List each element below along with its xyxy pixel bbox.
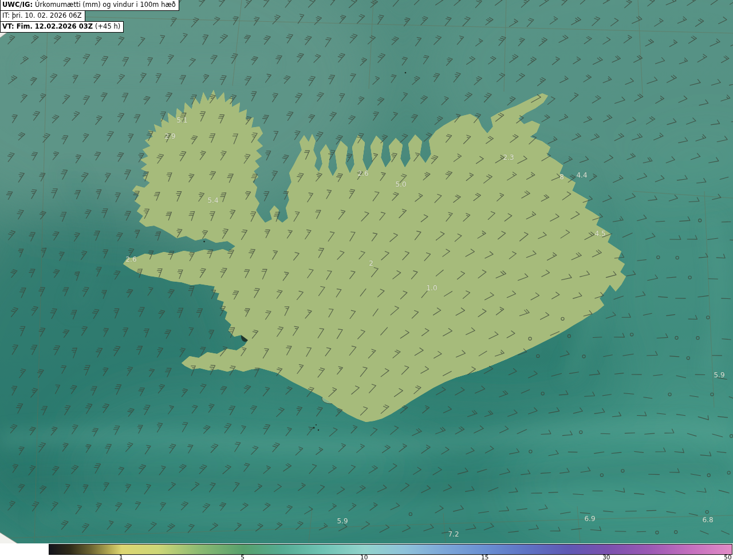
model-title-line: UWC/IG:Úrkomumætti (mm) og vindur i 100m… <box>0 0 179 11</box>
map-title-box: UWC/IG:Úrkomumætti (mm) og vindur i 100m… <box>0 0 179 33</box>
forecast-map-product: 5.12.95.42.62.65.02.384.44.521.05.95.97.… <box>0 0 733 560</box>
colorbar-tick-label: 15 <box>481 554 488 560</box>
init-time-line: IT: þri. 10. 02. 2026 06Z <box>0 10 85 22</box>
valid-time-line: VT: Fim. 12.02.2026 03Z(+45 h) <box>0 21 124 33</box>
colorbar-tick-label: 10 <box>360 554 368 560</box>
colorbar-tick-label: 5 <box>241 554 245 560</box>
colorbar-tick-label: 1 <box>119 554 123 560</box>
model-title: Úrkomumætti (mm) og vindur i 100m hæð <box>35 1 176 9</box>
colorbar: 1510153050 <box>0 543 733 560</box>
colorbar-tick-label: 30 <box>602 554 610 560</box>
valid-time-suffix: (+45 h) <box>95 22 120 30</box>
map-canvas <box>0 0 733 560</box>
init-time: IT: þri. 10. 02. 2026 06Z <box>2 11 82 19</box>
valid-time: VT: Fim. 12.02.2026 03Z <box>2 22 93 30</box>
model-id: UWC/IG: <box>2 1 33 9</box>
colorbar-tick-label: 50 <box>724 554 731 560</box>
colorbar-tick-labels: 1510153050 <box>49 554 731 560</box>
